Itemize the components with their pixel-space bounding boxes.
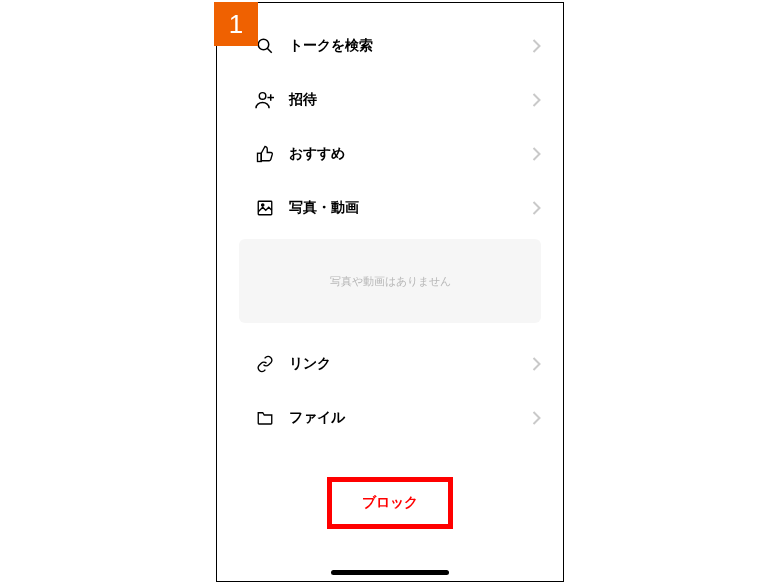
menu-item-invite[interactable]: 招待 [217,73,563,127]
link-icon [255,354,275,374]
menu-item-file[interactable]: ファイル [217,391,563,445]
svg-rect-5 [258,153,262,161]
thumbs-up-icon [255,144,275,164]
menu-item-link[interactable]: リンク [217,337,563,391]
svg-point-7 [262,204,264,206]
chevron-right-icon [532,201,541,215]
folder-icon [255,408,275,428]
menu-item-label: 招待 [289,91,532,109]
menu-list: トークを検索 招待 [217,3,563,445]
block-button[interactable]: ブロック [362,494,418,512]
image-icon [255,198,275,218]
home-indicator [331,570,449,575]
highlight-frame: ブロック [327,477,453,529]
menu-item-label: おすすめ [289,145,532,163]
search-icon [255,36,275,56]
user-plus-icon [255,90,275,110]
chevron-right-icon [532,357,541,371]
media-empty-placeholder: 写真や動画はありません [239,239,541,323]
svg-point-2 [259,93,266,100]
svg-point-0 [258,39,269,50]
chevron-right-icon [532,39,541,53]
menu-item-media[interactable]: 写真・動画 [217,181,563,235]
step-badge: 1 [214,2,258,46]
menu-item-label: リンク [289,355,532,373]
menu-item-search[interactable]: トークを検索 [217,19,563,73]
menu-item-recommend[interactable]: おすすめ [217,127,563,181]
chevron-right-icon [532,93,541,107]
menu-item-label: ファイル [289,409,532,427]
phone-frame: トークを検索 招待 [216,2,564,582]
svg-line-1 [267,48,272,53]
block-section: ブロック [217,477,563,529]
chevron-right-icon [532,411,541,425]
menu-item-label: トークを検索 [289,37,532,55]
menu-item-label: 写真・動画 [289,199,532,217]
chevron-right-icon [532,147,541,161]
